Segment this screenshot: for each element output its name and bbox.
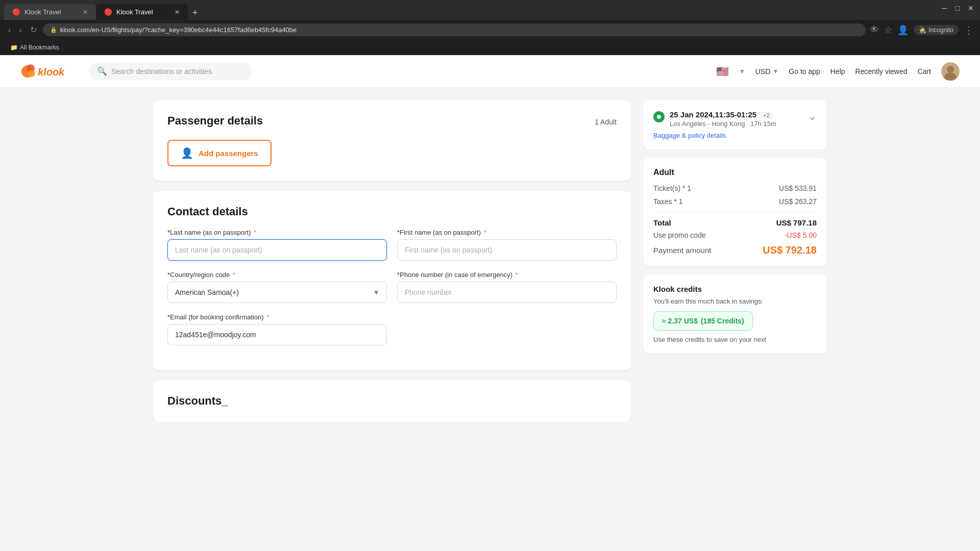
flight-info: 25 Jan 2024,11:35-01:25 +2 Los Angeles -… [653, 110, 776, 128]
flight-header: 25 Jan 2024,11:35-01:25 +2 Los Angeles -… [653, 110, 817, 128]
total-label: Total [653, 218, 671, 227]
folder-icon: 📁 [10, 44, 18, 51]
browser-tab-2[interactable]: 🔴 Klook Travel ✕ [96, 4, 188, 20]
go-to-app-link[interactable]: Go to app [789, 67, 820, 76]
currency-selector[interactable]: USD ▼ [755, 67, 778, 76]
add-passengers-button[interactable]: 👤 Add passengers [167, 140, 272, 166]
total-value: US$ 797.18 [776, 218, 817, 227]
passenger-details-card: Passenger details 1 Adult 👤 Add passenge… [153, 100, 631, 181]
window-controls: ─ □ ✕ [942, 4, 974, 12]
browser-tab-1[interactable]: 🔴 Klook Travel ✕ [4, 4, 96, 20]
payment-value: US$ 792.18 [763, 244, 817, 256]
promo-label: Use promo code [653, 231, 706, 239]
credits-title: Klook credits [653, 285, 817, 293]
phone-label: *Phone number (in case of emergency) * [397, 271, 617, 279]
browser-toolbar-actions: 👁 ☆ 👤 🕵 Incognito ⋮ [870, 24, 974, 36]
browser-addressbar: ‹ › ↻ 🔒 klook.com/en-US/flights/pay/?cac… [0, 20, 980, 40]
flight-date: 25 Jan 2024,11:35-01:25 [670, 110, 756, 119]
profile-icon[interactable]: 👤 [897, 24, 909, 36]
email-input[interactable] [167, 324, 387, 345]
first-name-input[interactable] [397, 239, 617, 261]
taxes-value: US$ 263.27 [779, 197, 817, 206]
first-name-group: *First name (as on passport) * [397, 229, 617, 261]
search-bar[interactable]: 🔍 Search destinations or activities [89, 62, 252, 80]
browser-chrome: 🔴 Klook Travel ✕ 🔴 Klook Travel ✕ + ─ □ … [0, 0, 980, 55]
email-label: *Email (for booking confirmation) * [167, 313, 387, 321]
more-button[interactable]: ⋮ [964, 24, 974, 36]
flag-icon[interactable]: 🇺🇸 [716, 65, 729, 78]
svg-point-2 [28, 70, 35, 77]
email-form-row: *Email (for booking confirmation) * [167, 313, 617, 345]
pricing-divider [653, 212, 817, 212]
navbar: klook 🔍 Search destinations or activitie… [0, 55, 980, 88]
flight-date-row: 25 Jan 2024,11:35-01:25 +2 [670, 110, 776, 119]
tab-close-1[interactable]: ✕ [83, 9, 88, 16]
all-bookmarks-link[interactable]: 📁 All Bookmarks [6, 42, 63, 53]
promo-row: Use promo code -US$ 5.00 [653, 231, 817, 239]
tab-label-2: Klook Travel [116, 8, 153, 16]
baggage-policy-link[interactable]: Baggage & policy details [653, 132, 817, 139]
browser-tabs: 🔴 Klook Travel ✕ 🔴 Klook Travel ✕ + [0, 0, 980, 20]
email-required: * [266, 313, 269, 321]
passenger-section-title: Passenger details [167, 114, 263, 128]
tab-favicon-1: 🔴 [12, 8, 20, 16]
flight-route: Los Angeles - Hong Kong · 17h 15m [670, 120, 776, 128]
currency-dropdown-icon: ▼ [772, 68, 778, 75]
minimize-button[interactable]: ─ [942, 4, 947, 12]
new-tab-button[interactable]: + [188, 6, 202, 20]
url-text: klook.com/en-US/flights/pay/?cache_key=3… [60, 26, 297, 34]
ssl-lock-icon: 🔒 [50, 27, 57, 33]
flight-expand-icon[interactable]: ⌄ [808, 110, 817, 122]
payment-amount-row: Payment amount US$ 792.18 [653, 244, 817, 256]
page-content: klook 🔍 Search destinations or activitie… [0, 55, 980, 540]
country-code-required: * [233, 271, 235, 279]
phone-form-row: *Country/region code * American Samoa(+)… [167, 271, 617, 303]
pricing-category: Adult [653, 168, 817, 177]
first-name-label: *First name (as on passport) * [397, 229, 617, 236]
forward-button[interactable]: › [17, 23, 23, 37]
tab-close-2[interactable]: ✕ [175, 9, 180, 16]
passenger-count: 1 Adult [595, 118, 617, 126]
ticket-label: Ticket(s) * 1 [653, 184, 691, 192]
main-container: Passenger details 1 Adult 👤 Add passenge… [133, 88, 847, 444]
taxes-label: Taxes * 1 [653, 197, 683, 206]
country-code-select[interactable]: American Samoa(+) [167, 282, 387, 303]
contact-details-card: Contact details *Last name (as on passpo… [153, 191, 631, 370]
svg-text:klook: klook [38, 66, 65, 78]
credits-count: (185 Credits) [701, 317, 744, 325]
user-avatar[interactable] [941, 62, 960, 81]
payment-label: Payment amount [653, 246, 711, 255]
klook-logo[interactable]: klook [20, 62, 77, 81]
star-icon[interactable]: ☆ [884, 24, 892, 36]
tab-label-1: Klook Travel [24, 8, 61, 16]
passenger-card-header: Passenger details 1 Adult [167, 114, 617, 130]
close-button[interactable]: ✕ [968, 4, 974, 12]
url-bar[interactable]: 🔒 klook.com/en-US/flights/pay/?cache_key… [43, 23, 866, 36]
back-button[interactable]: ‹ [6, 23, 13, 37]
credits-subtitle: You'll earn this much back in savings: [653, 297, 817, 305]
cart-link[interactable]: Cart [918, 67, 931, 76]
bookmarks-bar: 📁 All Bookmarks [0, 40, 980, 55]
phone-number-input[interactable] [397, 282, 617, 303]
credits-amount-badge: ≈ 2.37 US$ (185 Credits) [653, 311, 753, 331]
svg-point-5 [947, 66, 954, 73]
ticket-price-row: Ticket(s) * 1 US$ 533.91 [653, 184, 817, 192]
maximize-button[interactable]: □ [955, 4, 960, 12]
add-passengers-label: Add passengers [199, 149, 258, 158]
name-form-row: *Last name (as on passport) * *First nam… [167, 229, 617, 261]
navbar-actions: 🇺🇸 ▼ USD ▼ Go to app Help Recently viewe… [716, 62, 960, 81]
taxes-price-row: Taxes * 1 US$ 263.27 [653, 197, 817, 206]
currency-chevron-icon: ▼ [739, 68, 745, 75]
person-add-icon: 👤 [181, 147, 193, 159]
flight-summary-card: 25 Jan 2024,11:35-01:25 +2 Los Angeles -… [643, 100, 827, 149]
eye-off-icon: 👁 [870, 24, 879, 35]
incognito-icon: 🕵 [919, 27, 926, 34]
recently-viewed-link[interactable]: Recently viewed [855, 67, 908, 76]
flight-stops-badge: +2 [761, 112, 772, 119]
help-link[interactable]: Help [830, 67, 845, 76]
last-name-input[interactable] [167, 239, 387, 261]
browser-tabs-row: 🔴 Klook Travel ✕ 🔴 Klook Travel ✕ + ─ □ … [0, 0, 980, 20]
flight-dot-inner [657, 115, 661, 119]
reload-button[interactable]: ↻ [28, 23, 39, 37]
flight-details: 25 Jan 2024,11:35-01:25 +2 Los Angeles -… [670, 110, 776, 128]
